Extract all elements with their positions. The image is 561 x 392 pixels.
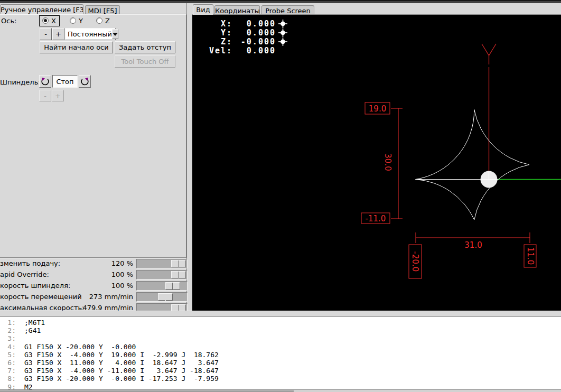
- chevron-down-icon: [113, 33, 118, 36]
- gcode-line[interactable]: 5:G3 F150 X -4.000 Y 19.000 I -2.999 J 1…: [0, 351, 561, 359]
- gcode-line-number: 1:: [0, 319, 16, 326]
- preview-plot-canvas[interactable]: 19.0 30.0 -11.0 31.0 -20.0 11.0 X: 0.000…: [192, 15, 561, 311]
- dro-vel-label: Vel:: [207, 46, 232, 55]
- dro-row-vel: Vel: 0.000: [207, 46, 287, 55]
- notebook-bottom-highlight: [0, 258, 186, 258]
- spindle-label: Шпиндель:: [0, 78, 41, 86]
- tab-probe-screen-label: Probe Screen: [265, 7, 311, 15]
- gcode-line[interactable]: 2:;G41: [0, 326, 561, 334]
- rapid-override-value: 100 %: [0, 270, 133, 278]
- jog-speed-value: 273 mm/min: [0, 293, 133, 301]
- gcode-line[interactable]: 8:G3 F150 X -20.000 Y -0.000 I -17.253 J…: [0, 375, 561, 382]
- spindle-forward-button[interactable]: [79, 75, 91, 88]
- rotate-counterclockwise-icon: [41, 77, 50, 86]
- dim-top-label: 19.0: [369, 104, 386, 114]
- slider-thumb-ridge: [172, 283, 173, 290]
- spindle-faster-button: +: [52, 90, 64, 101]
- dro-y-value: 0.000: [232, 28, 276, 38]
- jog-speed-slider[interactable]: [136, 292, 188, 302]
- gcode-line-number: 8:: [0, 375, 16, 382]
- tab-mdi-label: MDI [F5]: [88, 7, 117, 14]
- gcode-line-number: 3:: [0, 334, 16, 342]
- jog-minus-button[interactable]: -: [40, 28, 52, 40]
- dro-z-value: -0.000: [232, 37, 276, 46]
- homed-icon: [278, 38, 287, 46]
- radio-dot: [44, 19, 47, 22]
- spindle-stop-button[interactable]: Стоп: [52, 75, 78, 88]
- gcode-line-text: G3 F150 X -4.000 Y 19.000 I -2.999 J 18.…: [24, 351, 219, 359]
- dro-z-label: Z:: [207, 37, 232, 46]
- radio-axis-z[interactable]: [96, 17, 102, 24]
- dim-right-label: 11.0: [526, 247, 535, 265]
- gcode-line[interactable]: 6:G3 F150 X 11.000 Y 4.000 I 18.647 J 3.…: [0, 359, 561, 367]
- homed-icon: [278, 29, 287, 37]
- override-sliders-section: зменить подачу: 120 % apid Override: 100…: [0, 259, 188, 315]
- window-top-strip: [0, 0, 561, 3]
- slider-thumb[interactable]: [171, 271, 186, 278]
- home-axis-button[interactable]: Найти начало оси: [40, 41, 113, 53]
- tab-mdi[interactable]: MDI [F5]: [85, 5, 120, 14]
- dim-left-label: -20.0: [410, 251, 420, 272]
- dro-row-y: Y: 0.000: [207, 28, 287, 37]
- gcode-line[interactable]: 1:;M6T1: [0, 319, 561, 326]
- tab-preview[interactable]: Вид: [193, 4, 213, 15]
- dropdown-arrow-box: [112, 29, 118, 39]
- horizontal-divider[interactable]: [0, 311, 561, 317]
- slider-thumb[interactable]: [165, 282, 180, 290]
- rapid-override-slider[interactable]: [136, 270, 188, 279]
- spindle-reverse-button[interactable]: [39, 75, 51, 88]
- dim-width-label: 31.0: [464, 240, 482, 250]
- spindle-override-value: 100 %: [0, 282, 133, 290]
- dro-vel-value: 0.000: [232, 46, 276, 55]
- jog-plus-button[interactable]: +: [52, 28, 64, 40]
- radio-axis-y-label: Y: [79, 17, 83, 25]
- gcode-line[interactable]: 4:G1 F150 X -20.000 Y -0.000: [0, 343, 561, 351]
- tab-dro-label: Координаты: [215, 7, 260, 15]
- feed-override-value: 120 %: [0, 259, 133, 267]
- axis-label: Ось:: [1, 17, 16, 25]
- gcode-line-number: 5:: [0, 351, 16, 359]
- gcode-line-number: 7:: [0, 367, 16, 375]
- gcode-line-text: ;M6T1: [24, 319, 45, 326]
- radio-axis-z-label: Z: [105, 17, 110, 25]
- set-offset-button[interactable]: Задать отступ: [115, 41, 175, 53]
- gcode-line-text: ;G41: [24, 326, 41, 334]
- dro-x-label: X:: [207, 19, 232, 29]
- tool-touch-off-button: Tool Touch Off: [115, 55, 175, 68]
- dro-readout: X: 0.000 Y: 0.000 Z: -0.000: [207, 19, 287, 55]
- toolpath-plot: 19.0 30.0 -11.0 31.0 -20.0 11.0: [192, 15, 561, 311]
- gcode-line-number: 2:: [0, 326, 16, 334]
- gcode-line-number: 6:: [0, 359, 16, 367]
- right-tab-baseline: [192, 14, 561, 15]
- dim-height-label: 30.0: [383, 153, 392, 171]
- dro-y-label: Y:: [207, 28, 232, 38]
- gcode-line-text: G3 F150 X -4.000 Y -11.000 I 3.647 J -18…: [24, 367, 219, 375]
- gcode-line-number: 4:: [0, 343, 16, 351]
- horizontal-extent-lines: [409, 232, 536, 278]
- slider-thumb-ridge: [178, 260, 179, 268]
- radio-axis-x[interactable]: [42, 17, 49, 24]
- tab-dro[interactable]: Координаты: [214, 5, 260, 15]
- gcode-line[interactable]: 3:: [0, 334, 561, 342]
- slider-thumb[interactable]: [158, 293, 173, 301]
- tab-probe-screen[interactable]: Probe Screen: [261, 5, 314, 15]
- horizontal-scrollbar[interactable]: [0, 389, 561, 392]
- radio-axis-x-label: X: [51, 17, 56, 25]
- jog-mode-dropdown[interactable]: Постоянный: [65, 28, 116, 40]
- y-axis: [482, 44, 496, 171]
- feed-override-slider[interactable]: [136, 259, 188, 268]
- spindle-override-slider[interactable]: [136, 281, 188, 291]
- gcode-line-text: G3 F150 X 11.000 Y 4.000 I 18.647 J 3.64…: [24, 359, 219, 367]
- rotate-clockwise-icon: [80, 77, 89, 86]
- tab-manual-control[interactable]: Ручное управление [F3]: [0, 4, 83, 14]
- radio-axis-y[interactable]: [70, 17, 76, 24]
- slider-thumb[interactable]: [171, 260, 186, 267]
- gcode-line-text: G3 F150 X -20.000 Y -0.000 I -17.253 J -…: [24, 375, 219, 382]
- gcode-line[interactable]: 7:G3 F150 X -4.000 Y -11.000 I 3.647 J -…: [0, 367, 561, 375]
- dro-row-x: X: 0.000: [207, 19, 287, 28]
- homed-icon: [278, 20, 287, 28]
- slider-thumb-ridge: [165, 294, 166, 301]
- tab-preview-label: Вид: [196, 6, 210, 14]
- slider-thumb-ridge: [178, 272, 179, 279]
- dro-row-z: Z: -0.000: [207, 37, 287, 46]
